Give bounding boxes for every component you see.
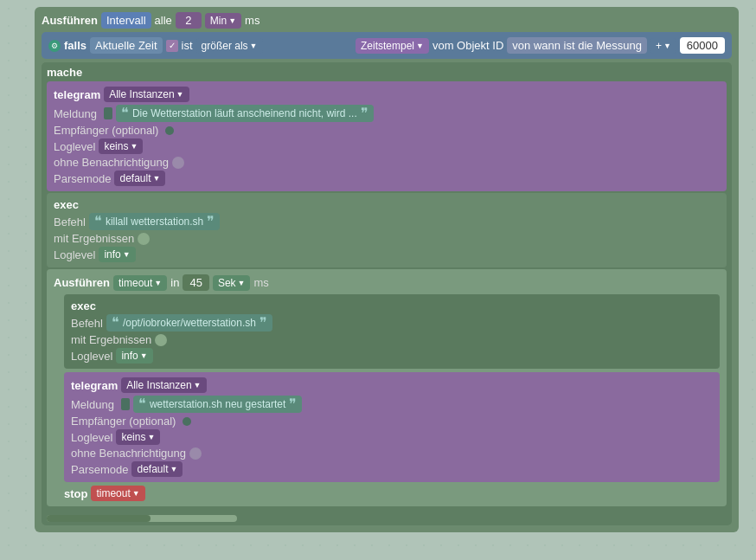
ausfuhren-value[interactable]: 45 — [183, 274, 208, 291]
intervall-badge[interactable]: Intervall — [101, 12, 151, 29]
stop-label: stop — [64, 487, 87, 500]
exec2-loglevel-dropdown[interactable]: info — [116, 348, 152, 364]
telegram1-message-block[interactable]: ❝ Die Wetterstation läuft anscheinend ni… — [116, 105, 374, 122]
scrollbar-area — [47, 512, 727, 522]
exec2-befehl-row: Befehl ❝ /opt/iobroker/wetterstation.sh … — [71, 314, 713, 331]
quote-right-exec1: ❞ — [207, 215, 215, 229]
exec1-header-row: exec — [54, 198, 720, 211]
telegram2-ohne-label: ohne Benachrichtigung — [71, 447, 186, 460]
exec1-command-block[interactable]: ❝ killall wetterstation.sh ❞ — [89, 213, 220, 230]
telegram2-ohne-checkbox[interactable] — [189, 447, 202, 460]
groesser-als-dropdown[interactable]: größer als — [196, 38, 263, 54]
exec2-mit-row: mit Ergebnissen — [71, 333, 713, 346]
telegram2-parsemode-row: Parsemode default — [71, 461, 713, 477]
telegram1-connector — [104, 107, 112, 119]
stop-timeout-row: stop timeout — [64, 486, 720, 501]
exec1-mit-checkbox[interactable] — [138, 233, 150, 245]
telegram2-empfanger-connector — [183, 417, 191, 426]
exec1-loglevel-label: Loglevel — [54, 248, 95, 261]
telegram1-loglevel-row: Loglevel keins — [54, 138, 720, 154]
exec2-header-row: exec — [71, 299, 713, 312]
telegram2-loglevel-label: Loglevel — [71, 431, 112, 444]
quote-left-exec1: ❝ — [94, 215, 102, 229]
header-row: Ausführen Intervall alle 2 Min ms — [42, 12, 732, 29]
telegram2-meldung-row: Meldung ❝ wetterstation.sh neu gestartet… — [71, 396, 713, 413]
exec1-befehl-label: Befehl — [54, 216, 86, 229]
zeitstempel-dropdown[interactable]: Zeitstempel — [356, 38, 429, 54]
horizontal-scrollbar[interactable] — [47, 515, 237, 522]
alle-value[interactable]: 2 — [176, 12, 202, 29]
telegram1-ohne-row: ohne Benachrichtigung — [54, 156, 720, 169]
exec1-command-text: killall wetterstation.sh — [106, 216, 203, 228]
telegram2-empfanger-label: Empfänger (optional) — [71, 415, 176, 428]
telegram1-instanzen-dropdown[interactable]: Alle Instanzen — [104, 87, 189, 102]
telegram1-meldung-row: Meldung ❝ Die Wetterstation läuft ansche… — [54, 105, 720, 122]
ausfuhren-sek-dropdown[interactable]: Sek — [213, 275, 251, 291]
exec1-loglevel-dropdown[interactable]: info — [99, 247, 135, 262]
telegram2-message-text: wetterstation.sh neu gestartet — [150, 398, 285, 410]
mache-label: mache — [47, 66, 82, 79]
mache-row: mache — [47, 66, 727, 79]
check-icon: ✓ — [166, 40, 178, 52]
telegram2-parsemode-dropdown[interactable]: default — [131, 461, 183, 477]
alle-label: alle — [155, 14, 172, 27]
exec1-befehl-row: Befehl ❝ killall wetterstation.sh ❞ — [54, 213, 720, 230]
exec2-befehl-label: Befehl — [71, 317, 103, 330]
ausfuhren-label: Ausführen — [42, 14, 98, 27]
ausfuhren-ms-label: ms — [253, 276, 268, 289]
telegram1-parsemode-dropdown[interactable]: default — [114, 171, 165, 186]
telegram2-empfanger-row: Empfänger (optional) — [71, 415, 713, 428]
exec2-mit-checkbox[interactable] — [155, 334, 167, 346]
settings-icon[interactable]: ⚙ — [48, 40, 61, 52]
exec2-command-text: /opt/iobroker/wetterstation.sh — [123, 317, 256, 329]
exec2-loglevel-label: Loglevel — [71, 350, 112, 363]
falls-container: ⚙ falls Aktuelle Zeit ✓ ist größer als Z… — [42, 32, 732, 59]
telegram2-loglevel-dropdown[interactable]: keins — [116, 429, 160, 445]
exec2-block: exec Befehl ❝ /opt/iobroker/wetterstatio… — [64, 294, 720, 369]
ausfuhren-row: Ausführen timeout in 45 Sek ms — [54, 274, 720, 291]
main-container: Ausführen Intervall alle 2 Min ms ⚙ fall… — [35, 7, 739, 532]
falls-label: falls — [64, 39, 86, 52]
exec2-command-block[interactable]: ❝ /opt/iobroker/wetterstation.sh ❞ — [106, 314, 272, 331]
value-field[interactable]: 60000 — [680, 37, 725, 54]
quote-left-icon: ❝ — [121, 106, 129, 120]
quote-right-icon: ❞ — [361, 106, 368, 120]
telegram1-meldung-label: Meldung — [54, 107, 97, 120]
exec1-loglevel-row: Loglevel info — [54, 247, 720, 262]
stop-timeout-dropdown[interactable]: timeout — [91, 486, 144, 501]
telegram1-ohne-label: ohne Benachrichtigung — [54, 156, 169, 169]
telegram1-header-row: telegram Alle Instanzen — [54, 87, 720, 102]
exec2-mit-label: mit Ergebnissen — [71, 333, 151, 346]
telegram2-loglevel-row: Loglevel keins — [71, 429, 713, 445]
telegram2-message-block[interactable]: ❝ wetterstation.sh neu gestartet ❞ — [133, 396, 302, 413]
ausfuhren-in-label: in — [170, 276, 179, 289]
ms-label: ms — [245, 14, 259, 27]
telegram1-empfanger-row: Empfänger (optional) — [54, 124, 720, 137]
telegram2-instanzen-dropdown[interactable]: Alle Instanzen — [121, 377, 206, 393]
telegram1-empfanger-label: Empfänger (optional) — [54, 124, 158, 137]
plus-dropdown[interactable]: + — [650, 38, 676, 54]
exec1-block: exec Befehl ❝ killall wetterstation.sh ❞… — [47, 193, 727, 267]
aktuelle-zeit-label: Aktuelle Zeit — [90, 37, 163, 54]
exec1-label: exec — [54, 198, 79, 211]
telegram2-label: telegram — [71, 379, 118, 392]
telegram2-ohne-row: ohne Benachrichtigung — [71, 447, 713, 460]
telegram1-block: telegram Alle Instanzen Meldung ❝ Die We… — [47, 81, 727, 191]
telegram1-parsemode-label: Parsemode — [54, 172, 111, 185]
telegram1-ohne-checkbox[interactable] — [172, 157, 184, 169]
telegram1-message-text: Die Wetterstation läuft anscheinend nich… — [132, 107, 357, 119]
von-wann-block: von wann ist die Messung — [507, 37, 647, 54]
telegram2-parsemode-label: Parsemode — [71, 463, 128, 476]
quote-right-tg2: ❞ — [289, 397, 297, 411]
ausfuhren-label2: Ausführen — [54, 276, 110, 289]
min-dropdown[interactable]: Min — [205, 13, 241, 29]
exec2-loglevel-row: Loglevel info — [71, 348, 713, 364]
ist-label: ist — [182, 39, 193, 52]
scrollbar-thumb[interactable] — [47, 515, 151, 522]
telegram2-meldung-label: Meldung — [71, 398, 114, 411]
quote-right-exec2: ❞ — [259, 316, 267, 330]
quote-left-exec2: ❝ — [112, 316, 119, 330]
telegram1-loglevel-dropdown[interactable]: keins — [99, 138, 143, 154]
telegram1-empfanger-connector — [165, 126, 174, 135]
ausfuhren-timeout-badge[interactable]: timeout — [113, 275, 167, 291]
